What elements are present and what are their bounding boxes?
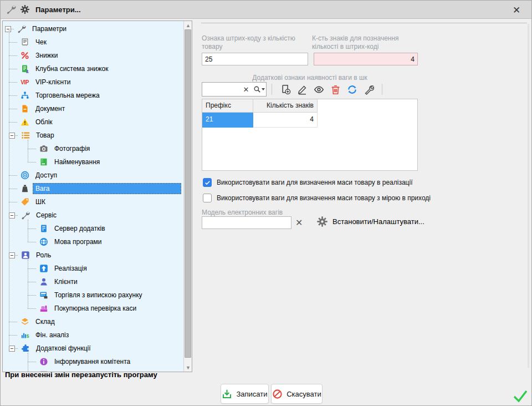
add-record-button[interactable] bbox=[277, 82, 294, 97]
scroll-up-icon[interactable]: ▲ bbox=[184, 21, 192, 29]
gear-icon bbox=[316, 216, 328, 227]
tree-connector-line bbox=[28, 140, 28, 162]
weight-settings-panel: Ознака штрих-коду з кількістю товару К-с… bbox=[200, 19, 532, 372]
setup-scales-button[interactable]: Встановити/Налаштувати... bbox=[316, 216, 424, 227]
search-input[interactable] bbox=[202, 83, 241, 96]
tree-item-naming[interactable]: Найменування bbox=[3, 155, 183, 169]
tree-item-tag[interactable]: ШК bbox=[3, 195, 183, 209]
search-box: ✕ bbox=[202, 82, 267, 97]
realization-icon bbox=[39, 264, 48, 273]
use-scales-sales-row[interactable]: Використовувати ваги для визначення маси… bbox=[203, 178, 413, 187]
barcode-sign-label: Ознака штрих-коду з кількістю товару bbox=[202, 34, 315, 51]
tree-item-weight[interactable]: Вага bbox=[3, 182, 183, 195]
tree-connector-line bbox=[28, 353, 28, 372]
top-divider bbox=[201, 23, 527, 23]
tree-item-vip[interactable]: VIPVIP-клієнти bbox=[3, 75, 183, 89]
clients-icon bbox=[39, 277, 48, 287]
tree-item-puzzle[interactable]: Додаткові функції bbox=[3, 342, 183, 355]
tree-item-realization[interactable]: Реалізація bbox=[3, 262, 183, 275]
setup-scales-label: Встановити/Налаштувати... bbox=[332, 217, 424, 226]
sidebar-scrollbar[interactable]: ▲ ▼ bbox=[183, 21, 192, 372]
club-card-icon bbox=[20, 64, 29, 74]
save-button-label: Записати bbox=[236, 390, 267, 398]
use-scales-income-row[interactable]: Використовувати ваги для визначення маси… bbox=[203, 194, 431, 202]
tree-item-service-wrench[interactable]: Сервіс bbox=[3, 209, 183, 222]
weight-signs-toolbar: ✕ bbox=[202, 82, 387, 97]
table-cell[interactable]: 21 bbox=[202, 113, 253, 128]
tree-item-percent[interactable]: Знижки bbox=[3, 49, 183, 62]
tree-item-info[interactable]: Інформування комітента bbox=[3, 355, 183, 368]
collapse-minus-icon[interactable] bbox=[9, 346, 15, 352]
close-button[interactable]: ✕ bbox=[510, 4, 523, 16]
tree-item-label: Документ bbox=[33, 103, 68, 114]
refresh-button[interactable] bbox=[344, 82, 360, 97]
column-header[interactable]: Кількість знаків bbox=[253, 99, 318, 113]
table-header: ПрефіксКількість знаків bbox=[202, 99, 417, 113]
tree-item-label: Склад bbox=[33, 316, 58, 327]
wrench-icon bbox=[6, 4, 16, 14]
table-row[interactable]: 214 bbox=[202, 113, 417, 128]
content-scrollbar[interactable] bbox=[528, 24, 529, 368]
tree-item-label: Вага bbox=[33, 183, 181, 194]
tree-item-label: Чек bbox=[33, 37, 49, 48]
toolbar-separator bbox=[382, 84, 382, 95]
tree-connector-line bbox=[28, 260, 28, 308]
clear-search-icon[interactable]: ✕ bbox=[241, 83, 252, 96]
scroll-down-icon[interactable]: ▼ bbox=[184, 363, 192, 372]
tree-item-label: Товар bbox=[33, 130, 57, 141]
table-cell[interactable]: 4 bbox=[253, 113, 318, 128]
scales-model-input[interactable] bbox=[202, 216, 291, 229]
tree-item-warning[interactable]: Облік bbox=[3, 115, 183, 129]
product-list-icon bbox=[21, 131, 30, 140]
confirm-check-icon[interactable] bbox=[513, 388, 528, 404]
warning-icon bbox=[20, 118, 29, 127]
tree-item-label: Параметри bbox=[29, 23, 69, 34]
tree-item-product-list[interactable]: Товар bbox=[3, 129, 183, 142]
tree-item-finance[interactable]: $Фін. аналіз bbox=[3, 328, 183, 342]
tree-item-label: Фотографія bbox=[52, 143, 93, 154]
tree-item-role[interactable]: Роль bbox=[3, 248, 183, 262]
clear-scales-icon[interactable]: ✕ bbox=[295, 217, 303, 228]
cancel-button[interactable]: Скасувати bbox=[271, 384, 323, 404]
stock-icon bbox=[20, 317, 29, 327]
tree-item-cash-register[interactable]: Покупюрна перевірка каси bbox=[3, 302, 183, 315]
tools-wrench-button[interactable] bbox=[360, 82, 377, 97]
tree-item-invoice[interactable]: Торгівля з випискою рахунку bbox=[3, 288, 183, 302]
service-wrench-icon bbox=[21, 211, 30, 220]
tree-item-label: Доступ bbox=[33, 170, 60, 181]
tree-connector-line bbox=[28, 220, 28, 242]
tree-item-globe[interactable]: Мова програми bbox=[3, 235, 183, 248]
save-button[interactable]: Записати bbox=[221, 384, 269, 404]
column-header[interactable]: Префікс bbox=[202, 99, 253, 113]
tree-item-eye[interactable]: Доступ bbox=[3, 169, 183, 182]
server-icon bbox=[39, 224, 48, 234]
tree-item-club-card[interactable]: Клубна система знижок bbox=[3, 62, 183, 75]
edit-record-button[interactable] bbox=[294, 82, 310, 97]
delete-record-button[interactable] bbox=[327, 82, 344, 97]
title-bar: Параметри... bbox=[1, 1, 532, 19]
tree-item-wrench[interactable]: Параметри bbox=[3, 22, 183, 35]
tree-item-server[interactable]: Сервер додатків bbox=[3, 222, 183, 235]
collapse-minus-icon[interactable] bbox=[5, 26, 11, 32]
tree-item-receipt[interactable]: Чек bbox=[3, 35, 183, 49]
tree-item-label: Торгівля з випискою рахунку bbox=[52, 290, 145, 301]
tree-item-camera[interactable]: Фотографія bbox=[3, 142, 183, 155]
checkbox-sales[interactable] bbox=[203, 178, 212, 187]
collapse-minus-icon[interactable] bbox=[9, 252, 15, 258]
tree-item-network[interactable]: Торговельна мережа bbox=[3, 89, 183, 102]
view-record-button[interactable] bbox=[310, 82, 327, 97]
search-icon[interactable] bbox=[252, 83, 266, 96]
tree-item-stock[interactable]: Склад bbox=[3, 315, 183, 328]
cancel-button-label: Скасувати bbox=[287, 390, 321, 398]
checkbox-income[interactable] bbox=[203, 194, 212, 202]
digit-count-input[interactable] bbox=[314, 53, 418, 65]
naming-icon bbox=[39, 158, 48, 167]
scrollbar-thumb[interactable] bbox=[185, 29, 191, 358]
collapse-minus-icon[interactable] bbox=[9, 133, 15, 139]
barcode-sign-input[interactable] bbox=[202, 53, 308, 65]
collapse-minus-icon[interactable] bbox=[9, 212, 15, 219]
tree-item-clients[interactable]: Клієнти bbox=[3, 275, 183, 288]
tree-item-label: Фін. аналіз bbox=[33, 329, 71, 341]
tree-item-document[interactable]: Документ bbox=[3, 102, 183, 115]
tree-item-label: Облік bbox=[33, 116, 55, 128]
